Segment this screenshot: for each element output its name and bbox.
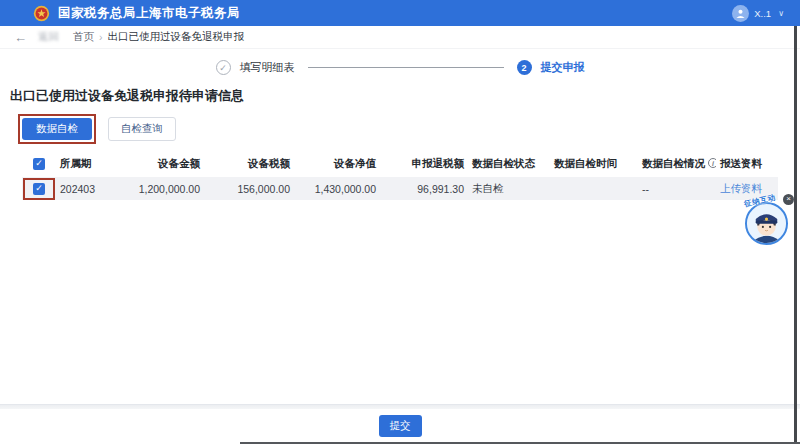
breadcrumb-home[interactable]: 首页 [73, 30, 94, 44]
app-header: 国家税务总局上海市电子税务局 X..1 ∨ [0, 0, 800, 26]
cell-equipment-net: 1,430,000.00 [294, 183, 380, 195]
data-self-check-button[interactable]: 数据自检 [22, 118, 92, 140]
row-checkbox-cell: ✓ [22, 178, 56, 200]
cell-period: 202403 [56, 183, 132, 195]
national-emblem-icon [33, 5, 50, 22]
row-checkbox[interactable]: ✓ [33, 183, 45, 195]
header-checkbox-cell: ✓ [22, 158, 56, 170]
annotation-box-data-check: 数据自检 [18, 114, 96, 144]
table-header-row: ✓ 所属期 设备金额 设备税额 设备净值 申报退税额 数据自检状态 数据自检时间… [22, 153, 778, 174]
col-header-equipment-tax: 设备税额 [204, 157, 294, 171]
col-header-check-time: 数据自检时间 [550, 157, 638, 171]
page: 国家税务总局上海市电子税务局 X..1 ∨ ← 返回 首页 › 出口已使用过设备… [0, 0, 800, 444]
cell-equipment-tax: 156,000.00 [204, 183, 294, 195]
col-header-check-detail: 数据自检情况i [638, 157, 716, 171]
col-header-check-status: 数据自检状态 [468, 157, 550, 171]
user-icon [735, 8, 746, 19]
check-icon: ✓ [35, 159, 43, 168]
step1-check-icon: ✓ [216, 60, 231, 75]
submit-button[interactable]: 提交 [379, 415, 422, 437]
cell-equipment-amount: 1,200,000.00 [132, 183, 204, 195]
main-content: 出口已使用过设备免退税申报待申请信息 数据自检 自检查询 ✓ 所属期 设备金额 … [0, 76, 800, 200]
step1-label: 填写明细表 [240, 60, 295, 75]
col-header-upload: 报送资料 [716, 157, 778, 171]
step-indicator: ✓ 填写明细表 2 提交申报 [0, 59, 800, 76]
close-icon[interactable]: × [783, 194, 794, 205]
interaction-mascot-widget[interactable]: × 征纳互动 [744, 195, 792, 245]
page-title: 出口已使用过设备免退税申报待申请信息 [10, 87, 800, 105]
tax-officer-mascot-icon[interactable] [745, 202, 788, 245]
refund-application-table: ✓ 所属期 设备金额 设备税额 设备净值 申报退税额 数据自检状态 数据自检时间… [22, 153, 778, 200]
step2-label: 提交申报 [541, 60, 585, 75]
cell-check-detail: -- [638, 183, 716, 195]
check-icon: ✓ [35, 184, 43, 193]
action-button-row: 数据自检 自检查询 [18, 114, 800, 144]
col-header-check-detail-label: 数据自检情况 [642, 157, 705, 169]
col-header-period: 所属期 [56, 157, 132, 171]
username-label: X..1 [754, 8, 771, 19]
breadcrumb-current: 出口已使用过设备免退税申报 [108, 30, 245, 44]
user-avatar[interactable] [732, 5, 749, 22]
step2-number-badge: 2 [517, 60, 532, 75]
info-icon[interactable]: i [708, 158, 716, 168]
back-arrow-icon[interactable]: ← [14, 31, 27, 44]
back-label-blurred[interactable]: 返回 [38, 30, 59, 44]
cell-check-status: 未自检 [468, 182, 550, 196]
upload-materials-link[interactable]: 上传资料 [720, 182, 762, 194]
self-check-query-button[interactable]: 自检查询 [108, 117, 176, 141]
annotation-box-row-checkbox: ✓ [23, 178, 55, 200]
col-header-declared-refund: 申报退税额 [380, 157, 468, 171]
step-connector-line [308, 67, 504, 68]
table-row: ✓ 202403 1,200,000.00 156,000.00 1,430,0… [22, 177, 778, 200]
window-edge-right [794, 26, 797, 444]
col-header-equipment-amount: 设备金额 [132, 157, 204, 171]
select-all-checkbox[interactable]: ✓ [33, 158, 45, 170]
breadcrumb: ← 返回 首页 › 出口已使用过设备免退税申报 [0, 26, 800, 49]
breadcrumb-separator: › [99, 31, 103, 43]
cell-declared-refund: 96,991.30 [380, 183, 468, 195]
footer-bar: 提交 [0, 409, 800, 442]
col-header-equipment-net: 设备净值 [294, 157, 380, 171]
chevron-down-icon[interactable]: ∨ [778, 9, 784, 18]
app-title: 国家税务总局上海市电子税务局 [58, 5, 240, 22]
user-menu[interactable]: X..1 ∨ [732, 5, 784, 22]
